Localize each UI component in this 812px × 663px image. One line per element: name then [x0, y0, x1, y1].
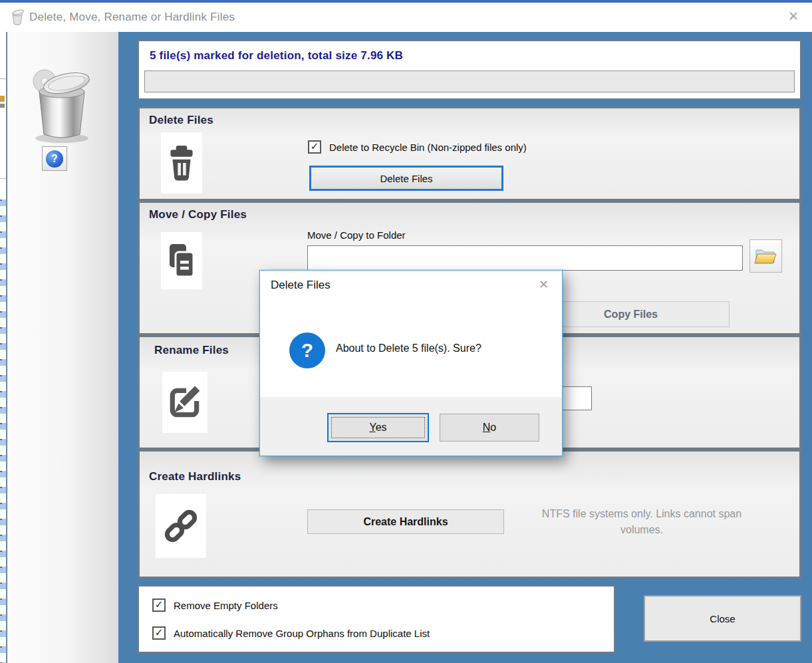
no-button-rest: o: [490, 422, 496, 433]
recycle-bin-image: [25, 57, 99, 145]
create-hardlinks-button[interactable]: Create Hardlinks: [307, 509, 504, 534]
recycle-bin-checkbox-row: Delete to Recycle Bin (Non-zipped files …: [308, 140, 527, 154]
section-title: Create Hardlinks: [149, 470, 241, 483]
remove-group-orphans-checkbox[interactable]: [152, 626, 166, 640]
background-window-strip: [0, 32, 7, 663]
footer-options-panel: Remove Empty Folders Automatically Remov…: [138, 585, 615, 653]
section-title: Rename Files: [154, 344, 229, 357]
hardlink-note: NTFS file systems only. Links cannot spa…: [512, 506, 771, 538]
help-button[interactable]: ?: [42, 146, 67, 171]
section-create-hardlinks: Create Hardlinks Create Hardlinks NTFS f…: [140, 452, 799, 577]
dialog-message: About to Delete 5 file(s). Sure?: [336, 342, 481, 354]
open-folder-icon: [754, 246, 778, 266]
dialog-body: ? 5 file(s) marked for deletion, total s…: [0, 32, 812, 663]
hardlink-note-line1: NTFS file systems only. Links cannot spa…: [512, 506, 771, 522]
yes-button-rest: es: [376, 422, 387, 433]
no-button-accel: N: [483, 422, 491, 433]
close-button[interactable]: Close: [644, 595, 801, 642]
hardlink-note-line2: volumes.: [512, 522, 771, 538]
strip-mini-icon: [0, 96, 5, 102]
copy-files-icon: [161, 232, 202, 289]
edit-pencil-icon: [162, 372, 207, 433]
section-title: Delete Files: [149, 114, 213, 127]
strip-divider: [0, 78, 6, 79]
remove-empty-folders-checkbox[interactable]: [152, 598, 166, 612]
strip-list-rows: [0, 199, 6, 663]
section-title: Move / Copy Files: [149, 208, 247, 221]
remove-empty-folders-label: Remove Empty Folders: [174, 600, 278, 611]
browse-folder-button[interactable]: [749, 239, 782, 273]
recycle-bin-checkbox[interactable]: [308, 140, 321, 154]
remove-group-orphans-row: Automatically Remove Group Orphans from …: [152, 626, 430, 640]
trash-bin-icon: [9, 8, 25, 27]
no-button[interactable]: No: [440, 414, 539, 442]
strip-divider: [0, 178, 6, 179]
yes-button[interactable]: Yes: [327, 413, 429, 442]
titlebar: Delete, Move, Rename or Hardlink Files ✕: [0, 3, 812, 32]
question-mark-icon: ?: [289, 332, 325, 368]
move-copy-folder-input[interactable]: [307, 245, 743, 271]
move-copy-folder-label: Move / Copy to Folder: [307, 229, 406, 241]
window-close-icon[interactable]: ✕: [784, 3, 803, 31]
trash-icon: [161, 132, 202, 194]
dialog-close-icon[interactable]: ✕: [535, 275, 553, 295]
chain-link-icon: [156, 494, 206, 558]
status-panel: 5 file(s) marked for deletion, total siz…: [138, 40, 801, 100]
sidebar: ?: [7, 32, 118, 663]
section-delete-files: Delete Files Delete to Recycle Bin (Non-…: [140, 108, 799, 199]
help-question-icon: ?: [46, 150, 63, 168]
remove-group-orphans-label: Automatically Remove Group Orphans from …: [174, 628, 430, 639]
delete-confirmation-dialog: Delete Files ✕ ? About to Delete 5 file(…: [259, 270, 563, 456]
yes-button-accel: Y: [369, 422, 375, 433]
delete-files-button[interactable]: Delete Files: [309, 166, 503, 191]
progress-bar: [144, 70, 795, 92]
remove-empty-folders-row: Remove Empty Folders: [152, 598, 278, 612]
recycle-bin-checkbox-label: Delete to Recycle Bin (Non-zipped files …: [329, 142, 527, 153]
window-title: Delete, Move, Rename or Hardlink Files: [29, 3, 235, 32]
status-message: 5 file(s) marked for deletion, total siz…: [150, 49, 403, 63]
dialog-title: Delete Files: [271, 279, 331, 292]
strip-mini-icon: [0, 104, 5, 108]
